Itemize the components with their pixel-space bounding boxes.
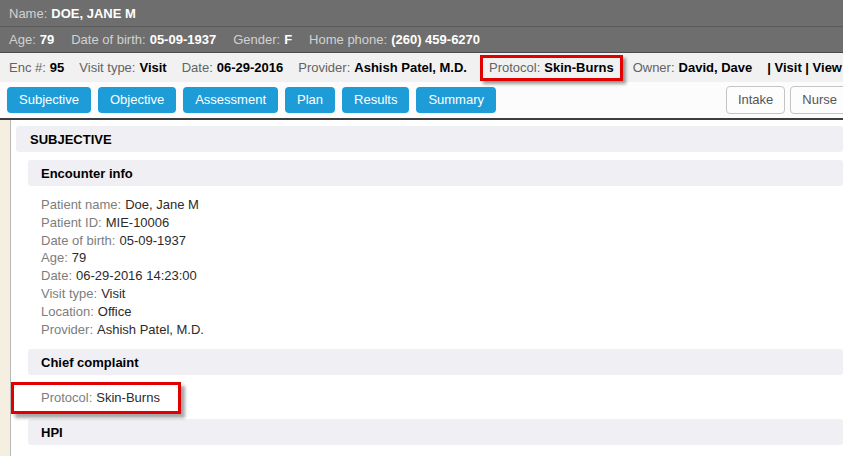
tab-assessment[interactable]: Assessment xyxy=(183,87,278,113)
patient-name-value: DOE, JANE M xyxy=(51,6,136,21)
age-field: Age:79 xyxy=(9,32,54,47)
info-age: Age:79 xyxy=(41,249,843,267)
encounter-info-block: Patient name:Doe, Jane M Patient ID:MIE-… xyxy=(11,186,843,342)
patient-name-label: Name: xyxy=(9,6,47,21)
info-date: Date:06-29-2016 14:23:00 xyxy=(41,267,843,285)
dob-field: Date of birth:05-09-1937 xyxy=(71,32,216,47)
protocol-value: Skin-Burns xyxy=(544,60,613,75)
section-header-encounter-info: Encounter info xyxy=(28,160,843,186)
nurse-button[interactable]: Nurse xyxy=(790,86,843,114)
intake-button[interactable]: Intake xyxy=(726,86,785,114)
section-header-hpi: HPI xyxy=(28,419,843,445)
visit-links[interactable]: | Visit | View Visit | xyxy=(767,60,843,75)
note-body: SUBJECTIVE Encounter info Patient name:D… xyxy=(11,120,843,456)
chief-complaint-protocol-label: Protocol: xyxy=(41,390,92,405)
enc-number-field: Enc #:95 xyxy=(9,60,64,75)
tab-results[interactable]: Results xyxy=(342,87,409,113)
tab-row: Subjective Objective Assessment Plan Res… xyxy=(0,82,843,120)
tab-summary[interactable]: Summary xyxy=(416,87,496,113)
left-margin-strip xyxy=(0,120,11,456)
tab-subjective[interactable]: Subjective xyxy=(7,87,91,113)
chief-complaint-protocol-highlight-box: Protocol:Skin-Burns xyxy=(11,382,181,414)
gender-field: Gender:F xyxy=(233,32,292,47)
chief-complaint-protocol-value: Skin-Burns xyxy=(96,390,160,405)
home-phone-field: Home phone:(260) 459-6270 xyxy=(309,32,480,47)
section-header-chief-complaint: Chief complaint xyxy=(28,349,843,375)
info-visit-type: Visit type:Visit xyxy=(41,285,843,303)
protocol-label: Protocol: xyxy=(489,60,540,75)
action-buttons: Intake Nurse xyxy=(721,86,843,114)
protocol-highlight-box: Protocol:Skin-Burns xyxy=(480,55,623,81)
tab-plan[interactable]: Plan xyxy=(285,87,335,113)
content-area: SUBJECTIVE Encounter info Patient name:D… xyxy=(0,120,843,456)
info-provider: Provider:Ashish Patel, M.D. xyxy=(41,321,843,339)
patient-name-banner: Name: DOE, JANE M xyxy=(0,0,843,27)
patient-demographics-banner: Age:79 Date of birth:05-09-1937 Gender:F… xyxy=(0,27,843,52)
tab-objective[interactable]: Objective xyxy=(98,87,176,113)
info-patient-id: Patient ID:MIE-10006 xyxy=(41,214,843,232)
info-dob: Date of birth:05-09-1937 xyxy=(41,232,843,250)
info-location: Location:Office xyxy=(41,303,843,321)
info-patient-name: Patient name:Doe, Jane M xyxy=(41,196,843,214)
visit-type-field: Visit type:Visit xyxy=(79,60,166,75)
owner-field: Owner:David, Dave xyxy=(633,60,753,75)
encounter-bar: Enc #:95 Visit type:Visit Date:06-29-201… xyxy=(0,52,843,82)
section-header-subjective: SUBJECTIVE xyxy=(16,126,843,152)
date-field: Date:06-29-2016 xyxy=(182,60,284,75)
provider-field: Provider:Ashish Patel, M.D. xyxy=(298,60,467,75)
